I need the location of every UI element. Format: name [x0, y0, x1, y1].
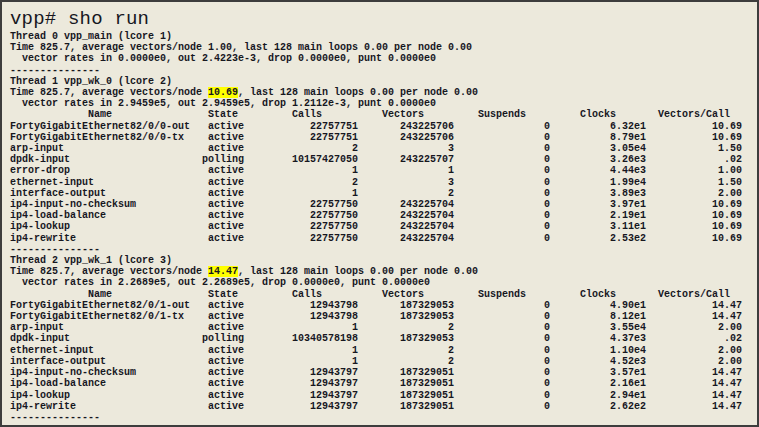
- table-row: dpdk-input polling 10340578198 187329053…: [10, 333, 757, 344]
- time-line-suffix: , last 128 main loops 0.00 per node 0.00: [232, 42, 472, 53]
- avg-vectors-value: 14.47: [208, 266, 238, 277]
- avg-vectors-value: 1.00: [208, 42, 232, 53]
- separator-line: ---------------: [10, 65, 757, 76]
- time-line-suffix: , last 128 main loops 0.00 per node 0.00: [238, 266, 478, 277]
- thread-title: Thread 2 vpp_wk_1 (lcore 3): [10, 255, 757, 266]
- thread-time-line: Time 825.7, average vectors/node 14.47, …: [10, 266, 757, 277]
- time-line-prefix: Time 825.7, average vectors/node: [10, 42, 208, 53]
- thread-time-line: Time 825.7, average vectors/node 1.00, l…: [10, 42, 757, 53]
- table-row: ip4-load-balance active 12943797 1873290…: [10, 378, 757, 389]
- table-row: dpdk-input polling 10157427050 243225707…: [10, 154, 757, 165]
- table-row: arp-input active 1 2 0 3.55e4 2.00: [10, 322, 757, 333]
- separator-line: ---------------: [10, 412, 757, 423]
- table-row: ip4-load-balance active 22757750 2432257…: [10, 210, 757, 221]
- vector-rates-line: vector rates in 0.0000e0, out 2.4223e-3,…: [10, 53, 757, 64]
- table-row: ip4-input-no-checksum active 22757750 24…: [10, 199, 757, 210]
- table-row: FortyGigabitEthernet82/0/1-out active 12…: [10, 300, 757, 311]
- table-row: ethernet-input active 2 3 0 1.99e4 1.50: [10, 177, 757, 188]
- terminal-body: Thread 0 vpp_main (lcore 1)Time 825.7, a…: [10, 31, 757, 423]
- thread-time-line: Time 825.7, average vectors/node 10.69, …: [10, 87, 757, 98]
- table-row: ip4-lookup active 12943797 187329051 0 2…: [10, 390, 757, 401]
- prompt-line: vpp# sho run: [10, 7, 757, 31]
- table-row: ip4-rewrite active 12943797 187329051 0 …: [10, 401, 757, 412]
- table-header: Name State Calls Vectors Suspends Clocks…: [10, 289, 757, 300]
- time-line-suffix: , last 128 main loops 0.00 per node 0.00: [238, 87, 478, 98]
- time-line-prefix: Time 825.7, average vectors/node: [10, 87, 208, 98]
- table-row: error-drop active 1 1 0 4.44e3 1.00: [10, 165, 757, 176]
- table-row: ip4-lookup active 22757750 243225704 0 3…: [10, 221, 757, 232]
- time-line-prefix: Time 825.7, average vectors/node: [10, 266, 208, 277]
- table-row: interface-output active 1 2 0 3.89e3 2.0…: [10, 188, 757, 199]
- table-row: interface-output active 1 2 0 4.52e3 2.0…: [10, 356, 757, 367]
- thread-title: Thread 1 vpp_wk_0 (lcore 2): [10, 76, 757, 87]
- table-row: arp-input active 2 3 0 3.05e4 1.50: [10, 143, 757, 154]
- table-row: ethernet-input active 1 2 0 1.10e4 2.00: [10, 345, 757, 356]
- table-row: FortyGigabitEthernet82/0/0-out active 22…: [10, 121, 757, 132]
- table-row: FortyGigabitEthernet82/0/0-tx active 227…: [10, 132, 757, 143]
- table-header: Name State Calls Vectors Suspends Clocks…: [10, 109, 757, 120]
- table-row: ip4-rewrite active 22757750 243225704 0 …: [10, 233, 757, 244]
- table-row: FortyGigabitEthernet82/0/1-tx active 129…: [10, 311, 757, 322]
- table-row: ip4-input-no-checksum active 12943797 18…: [10, 367, 757, 378]
- separator-line: ---------------: [10, 244, 757, 255]
- avg-vectors-value: 10.69: [208, 87, 238, 98]
- vpp-terminal-screen[interactable]: vpp# sho run Thread 0 vpp_main (lcore 1)…: [0, 0, 759, 427]
- vector-rates-line: vector rates in 2.2689e5, out 2.2689e5, …: [10, 277, 757, 288]
- thread-title: Thread 0 vpp_main (lcore 1): [10, 31, 757, 42]
- vector-rates-line: vector rates in 2.9459e5, out 2.9459e5, …: [10, 98, 757, 109]
